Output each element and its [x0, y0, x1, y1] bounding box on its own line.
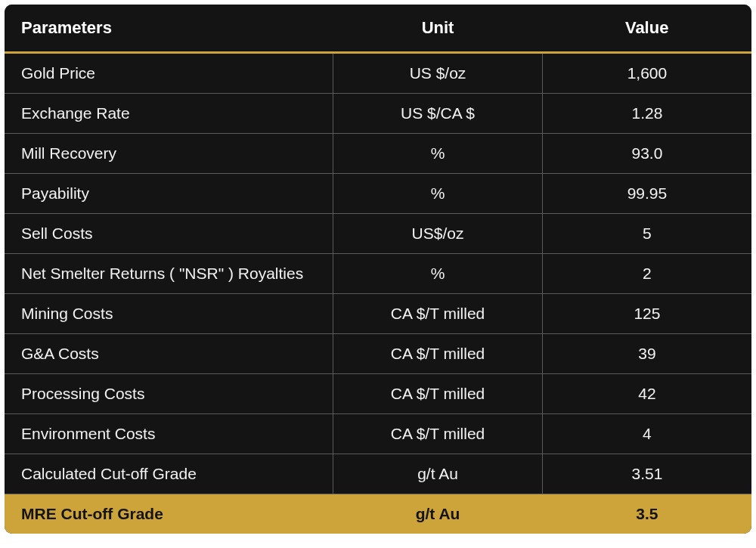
cell-parameter: Payability [5, 174, 333, 214]
table-row: Mining CostsCA $/T milled125 [5, 294, 751, 334]
cell-value: 42 [542, 374, 751, 414]
cell-value: 3.51 [542, 454, 751, 494]
table-header-row: Parameters Unit Value [5, 5, 751, 53]
cell-parameter: Mill Recovery [5, 134, 333, 174]
cell-unit: US $/CA $ [333, 94, 543, 134]
cell-unit: CA $/T milled [333, 294, 543, 334]
cell-parameter: Sell Costs [5, 214, 333, 254]
table-body: Gold PriceUS $/oz1,600Exchange RateUS $/… [5, 53, 751, 534]
cell-parameter: Mining Costs [5, 294, 333, 334]
cell-value: 2 [542, 254, 751, 294]
cell-value: 3.5 [542, 494, 751, 534]
cell-value: 1.28 [542, 94, 751, 134]
parameters-table-container: Parameters Unit Value Gold PriceUS $/oz1… [5, 5, 751, 534]
cell-parameter: Gold Price [5, 53, 333, 94]
cell-parameter: MRE Cut-off Grade [5, 494, 333, 534]
cell-parameter: Calculated Cut-off Grade [5, 454, 333, 494]
table-row: G&A CostsCA $/T milled39 [5, 334, 751, 374]
cell-value: 125 [542, 294, 751, 334]
header-parameters: Parameters [5, 5, 333, 53]
table-row: Calculated Cut-off Gradeg/t Au3.51 [5, 454, 751, 494]
cell-value: 93.0 [542, 134, 751, 174]
cell-value: 5 [542, 214, 751, 254]
table-row: Sell CostsUS$/oz5 [5, 214, 751, 254]
cell-unit: CA $/T milled [333, 374, 543, 414]
cell-unit: g/t Au [333, 454, 543, 494]
table-row: Mill Recovery%93.0 [5, 134, 751, 174]
cell-unit: g/t Au [333, 494, 543, 534]
table-row: Processing CostsCA $/T milled42 [5, 374, 751, 414]
header-value: Value [542, 5, 751, 53]
table-row: MRE Cut-off Gradeg/t Au3.5 [5, 494, 751, 534]
cell-unit: % [333, 254, 543, 294]
cell-parameter: Environment Costs [5, 414, 333, 454]
table-row: Payability%99.95 [5, 174, 751, 214]
table-row: Exchange RateUS $/CA $1.28 [5, 94, 751, 134]
cell-unit: US$/oz [333, 214, 543, 254]
cell-unit: % [333, 134, 543, 174]
cell-value: 39 [542, 334, 751, 374]
table-row: Environment CostsCA $/T milled4 [5, 414, 751, 454]
cell-parameter: Processing Costs [5, 374, 333, 414]
cell-value: 99.95 [542, 174, 751, 214]
cell-unit: CA $/T milled [333, 334, 543, 374]
cell-value: 4 [542, 414, 751, 454]
cell-unit: US $/oz [333, 53, 543, 94]
cell-parameter: Exchange Rate [5, 94, 333, 134]
table-row: Net Smelter Returns ( "NSR" ) Royalties%… [5, 254, 751, 294]
cell-parameter: Net Smelter Returns ( "NSR" ) Royalties [5, 254, 333, 294]
cell-parameter: G&A Costs [5, 334, 333, 374]
header-unit: Unit [333, 5, 543, 53]
table-row: Gold PriceUS $/oz1,600 [5, 53, 751, 94]
cell-unit: % [333, 174, 543, 214]
cell-value: 1,600 [542, 53, 751, 94]
parameters-table: Parameters Unit Value Gold PriceUS $/oz1… [5, 5, 751, 534]
cell-unit: CA $/T milled [333, 414, 543, 454]
